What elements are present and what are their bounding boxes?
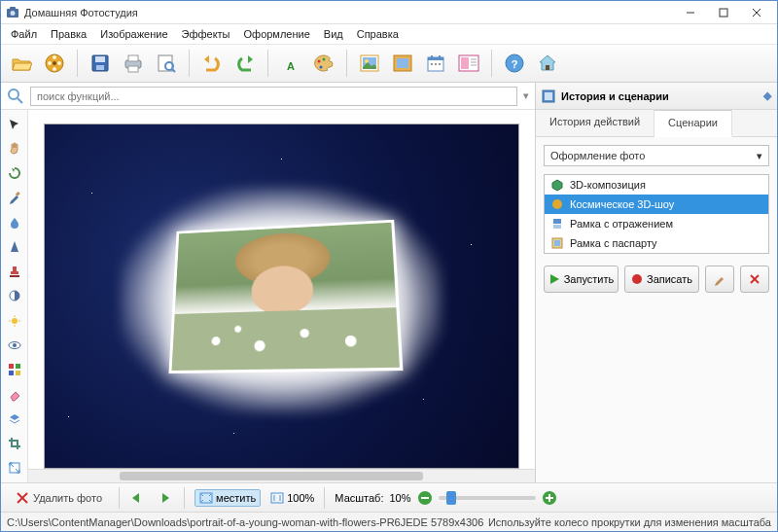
separator	[491, 50, 492, 77]
edit-button[interactable]	[705, 266, 734, 293]
sharpen-tool[interactable]	[4, 236, 25, 257]
work-area: ▾	[1, 83, 777, 482]
scale-value: 10%	[389, 492, 410, 504]
film-button[interactable]	[40, 49, 69, 78]
menu-effects[interactable]: Эффекты	[176, 26, 236, 42]
svg-rect-69	[553, 225, 561, 229]
list-item[interactable]: 3D-композиция	[545, 175, 768, 195]
svg-point-24	[320, 66, 323, 69]
separator	[184, 487, 185, 509]
prev-button[interactable]	[129, 491, 147, 505]
brush-tool[interactable]	[4, 188, 25, 208]
menu-image[interactable]: Изображение	[94, 26, 173, 42]
close-button[interactable]	[740, 2, 773, 23]
panel-tabs: История действий Сценарии	[536, 110, 777, 137]
svg-point-25	[323, 58, 326, 61]
svg-rect-51	[10, 275, 19, 277]
embedded-photo	[168, 220, 403, 374]
brightness-tool[interactable]	[4, 310, 25, 331]
svg-point-59	[13, 343, 17, 347]
scenario-list: 3D-композиция Космическое 3D-шоу Рамка с…	[544, 174, 769, 254]
resize-tool[interactable]	[4, 458, 25, 479]
editor-area	[1, 110, 535, 482]
layers-tool[interactable]	[4, 408, 25, 429]
menu-decoration[interactable]: Оформление	[238, 26, 316, 42]
delete-photo-button[interactable]: Удалить фото	[9, 487, 109, 509]
next-button[interactable]	[157, 491, 174, 505]
menu-edit[interactable]: Правка	[45, 26, 92, 42]
calendar-button[interactable]	[421, 49, 450, 78]
pin-icon[interactable]: ◆	[763, 89, 771, 102]
svg-rect-17	[128, 55, 138, 61]
picture-button[interactable]	[355, 49, 384, 78]
postcard-button[interactable]	[454, 49, 483, 78]
contrast-tool[interactable]	[4, 286, 25, 306]
list-item[interactable]: Рамка с отражением	[545, 214, 768, 233]
zoom-slider[interactable]	[439, 496, 536, 500]
canvas-image	[44, 124, 519, 469]
actual-size-button[interactable]: 100%	[270, 492, 314, 504]
svg-point-11	[53, 67, 56, 71]
menu-view[interactable]: Вид	[318, 26, 349, 42]
print-button[interactable]	[119, 49, 148, 78]
svg-rect-48	[15, 192, 19, 196]
run-button[interactable]: Запустить	[544, 266, 619, 293]
dropdown-icon[interactable]: ▾	[523, 89, 529, 102]
fit-screen-button[interactable]: местить	[194, 489, 261, 507]
list-item[interactable]: Рамка с паспарту	[545, 233, 768, 253]
right-panel: История и сценарии ◆ История действий Сц…	[536, 83, 777, 482]
zoom-in-button[interactable]	[542, 490, 557, 506]
svg-point-8	[53, 61, 56, 65]
canvas-viewport[interactable]	[28, 110, 535, 482]
status-hint: Используйте колесо прокрутки для изменен…	[488, 516, 771, 528]
svg-rect-35	[431, 63, 433, 65]
svg-rect-60	[9, 364, 14, 369]
search-input[interactable]	[30, 87, 517, 106]
svg-point-1	[11, 11, 16, 16]
zoom-out-button[interactable]	[417, 490, 433, 506]
tab-history[interactable]: История действий	[536, 110, 654, 136]
svg-rect-62	[9, 371, 14, 375]
svg-rect-18	[128, 66, 138, 72]
color-channels-tool[interactable]	[4, 360, 25, 380]
reflection-icon	[550, 217, 564, 231]
record-button[interactable]: Записать	[624, 266, 699, 293]
eye-tool[interactable]	[4, 335, 25, 355]
tab-scenarios[interactable]: Сценарии	[654, 110, 732, 137]
help-button[interactable]: ?	[500, 49, 529, 78]
list-item[interactable]: Космическое 3D-шоу	[545, 195, 768, 214]
stamp-tool[interactable]	[4, 262, 25, 282]
drop-tool[interactable]	[4, 212, 25, 232]
svg-point-46	[9, 89, 18, 99]
save-button[interactable]	[86, 49, 115, 78]
svg-rect-36	[435, 63, 437, 65]
matte-icon	[550, 236, 564, 250]
text-button[interactable]: A	[276, 49, 305, 78]
crop-tool[interactable]	[4, 433, 25, 453]
undo-button[interactable]	[197, 49, 227, 78]
open-button[interactable]	[7, 49, 36, 78]
separator	[189, 50, 190, 77]
app-icon	[5, 5, 20, 20]
preview-button[interactable]	[152, 49, 181, 78]
menu-file[interactable]: Файл	[5, 26, 43, 42]
frame-button[interactable]	[388, 49, 417, 78]
svg-rect-30	[397, 58, 408, 68]
horizontal-scrollbar[interactable]	[28, 469, 535, 482]
panel-header: История и сценарии ◆	[536, 83, 777, 110]
scenario-category-dropdown[interactable]: Оформление фото ▾	[544, 145, 769, 166]
redo-button[interactable]	[230, 49, 260, 78]
svg-rect-71	[554, 240, 560, 246]
svg-rect-49	[13, 266, 17, 271]
palette-button[interactable]	[309, 49, 338, 78]
minimize-button[interactable]	[674, 2, 707, 23]
home-button[interactable]	[533, 49, 562, 78]
pointer-tool[interactable]	[4, 114, 25, 134]
maximize-button[interactable]	[707, 2, 740, 23]
hand-tool[interactable]	[4, 138, 25, 159]
panel-icon	[542, 89, 555, 103]
delete-button[interactable]	[740, 266, 769, 293]
eraser-tool[interactable]	[4, 384, 25, 405]
rotate-tool[interactable]	[4, 163, 25, 184]
menu-help[interactable]: Справка	[351, 26, 405, 42]
